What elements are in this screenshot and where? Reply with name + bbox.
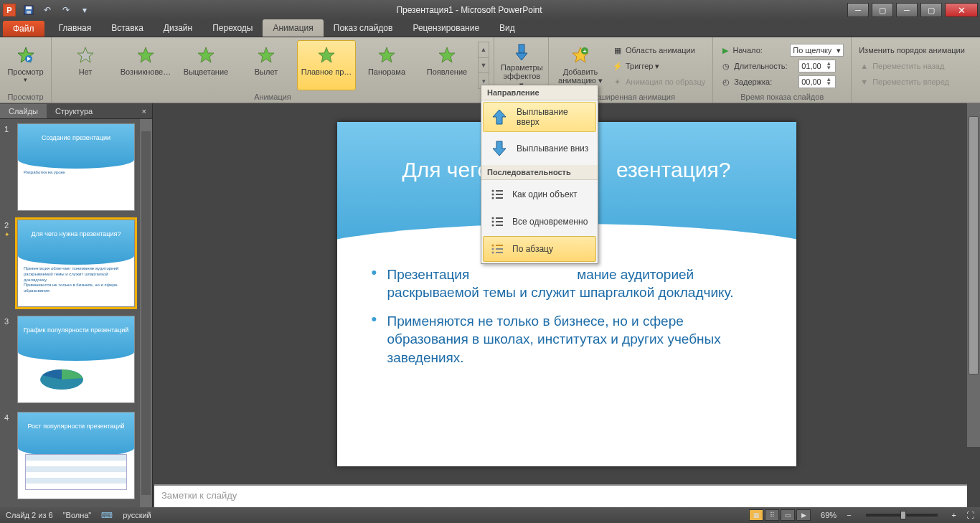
tab-insert[interactable]: Вставка (101, 19, 154, 37)
tab-slides[interactable]: Слайды (0, 104, 47, 118)
effect-label: Вылет (255, 67, 278, 76)
effect-4[interactable]: Плавное пр… (297, 40, 356, 90)
effect-0[interactable]: Нет (56, 40, 115, 90)
animation-pane-button[interactable]: ▦Область анимации (609, 43, 708, 57)
tab-design[interactable]: Дизайн (154, 19, 202, 37)
effect-2[interactable]: Выцветание (176, 40, 235, 90)
svg-marker-14 (516, 53, 527, 60)
spinner-icon[interactable]: ▲▼ (826, 62, 833, 70)
thumb-row: 4 Рост популярности презентаций (4, 412, 148, 499)
zoom-in-button[interactable]: + (952, 511, 956, 519)
titlebar: P ↶ ↷ ▾ Презентация1 - Microsoft PowerPo… (0, 0, 980, 20)
maximize-button[interactable]: ▢ (920, 3, 942, 17)
tab-home[interactable]: Главная (49, 19, 102, 37)
delay-label: Задержка: (734, 77, 796, 86)
dropdown-item-float-down[interactable]: Выплывание вниз (483, 133, 596, 164)
animation-painter-button: ✦Анимация по образцу (609, 75, 708, 89)
svg-rect-31 (496, 225, 503, 226)
qat-dropdown-icon[interactable]: ▾ (77, 3, 92, 17)
add-animation-button[interactable]: + Добавить анимацию ▾ (553, 40, 608, 90)
effect-5[interactable]: Панорама (357, 40, 416, 90)
tab-transitions[interactable]: Переходы (202, 19, 263, 37)
effect-label: Выцветание (184, 67, 228, 76)
dropdown-item-float-up[interactable]: Выплывание вверх (483, 102, 596, 132)
dropdown-item-all-at-once[interactable]: Все одновременно (483, 209, 596, 235)
svg-rect-23 (496, 194, 503, 195)
svg-point-20 (492, 190, 494, 192)
effect-1[interactable]: Возникнове… (116, 40, 175, 90)
animation-pane-label: Область анимации (626, 46, 695, 55)
slide-thumbnail[interactable]: Создание презентации Разработка на уроке (17, 123, 135, 211)
thumb-row: 3 График популярности презентаций (4, 316, 148, 403)
tab-outline[interactable]: Структура (47, 104, 101, 118)
effect-options-button[interactable]: Параметры эффектов ▾ (499, 40, 545, 90)
effect-6[interactable]: Появление (418, 40, 476, 90)
close-button[interactable]: ✕ (945, 3, 978, 17)
view-slideshow-button[interactable]: ▶ (796, 509, 811, 521)
start-combo[interactable]: По щелчку▾ (790, 44, 844, 57)
spinner-icon[interactable]: ▲▼ (826, 77, 833, 86)
svg-point-24 (492, 197, 494, 199)
down-arrow-icon: ▼ (859, 77, 870, 88)
thumb-number: 1 (4, 123, 17, 211)
duration-input[interactable]: 01,00▲▼ (798, 60, 836, 72)
redo-icon[interactable]: ↷ (59, 3, 73, 17)
zoom-out-button[interactable]: − (847, 511, 851, 519)
trigger-label: Триггер ▾ (626, 62, 659, 71)
dropdown-item-as-one[interactable]: Как один объект (483, 182, 596, 207)
zoom-slider[interactable] (866, 514, 938, 517)
trigger-button[interactable]: ⚡Триггер ▾ (609, 59, 708, 73)
bullet-fragment: Презентация (387, 267, 470, 282)
status-slide-count: Слайд 2 из 6 (6, 511, 53, 519)
doc-minimize-button[interactable]: ─ (847, 3, 869, 17)
slides-panel: Слайды Структура × 1 Создание презентаци… (0, 103, 153, 507)
svg-marker-8 (198, 47, 214, 62)
view-sorter-button[interactable]: ⠿ (765, 509, 779, 521)
save-icon[interactable] (22, 3, 36, 17)
delay-input[interactable]: 00,00▲▼ (798, 75, 836, 88)
gallery-expand[interactable]: ▲▼▾ (478, 42, 489, 89)
zoom-value[interactable]: 69% (821, 511, 837, 519)
list-selected-icon (489, 241, 505, 257)
tab-slideshow[interactable]: Показ слайдов (324, 19, 403, 37)
dropdown-item-label: Выплывание вниз (517, 143, 590, 154)
svg-point-36 (492, 252, 494, 254)
svg-point-30 (492, 225, 494, 227)
preview-button[interactable]: Просмотр ▾ (4, 40, 47, 90)
svg-rect-35 (496, 248, 503, 250)
thumbs-scrollbar[interactable] (140, 119, 152, 507)
tab-view[interactable]: Вид (489, 19, 525, 37)
tab-animation[interactable]: Анимация (263, 19, 323, 37)
effect-3[interactable]: Вылет (237, 40, 296, 90)
pane-icon: ▦ (612, 45, 623, 56)
window-title: Презентация1 - Microsoft PowerPoint (92, 5, 847, 15)
slide-thumbnail[interactable]: Для чего нужна презентация? Презентация … (17, 220, 135, 307)
view-reading-button[interactable]: ▭ (781, 509, 795, 521)
group-timing: ▶Начало:По щелчку▾ ◷Длительность:01,00▲▼… (713, 37, 852, 103)
dropdown-section-direction: Направление (481, 85, 598, 100)
fit-window-button[interactable]: ⛶ (966, 511, 974, 519)
vertical-scrollbar[interactable] (967, 103, 980, 447)
minimize-button[interactable]: ─ (896, 3, 918, 17)
tab-file[interactable]: Файл (3, 21, 44, 37)
panel-close-button[interactable]: × (136, 107, 152, 116)
undo-icon[interactable]: ↶ (40, 3, 55, 17)
svg-marker-18 (493, 110, 506, 124)
view-normal-button[interactable]: ▦ (749, 509, 763, 521)
tab-review[interactable]: Рецензирование (402, 19, 489, 37)
reorder-title: Изменить порядок анимации (856, 43, 968, 57)
doc-maximize-button[interactable]: ▢ (872, 3, 893, 17)
notes-pane[interactable]: Заметки к слайду (154, 484, 967, 507)
slide-thumbnail[interactable]: График популярности презентаций (17, 316, 135, 403)
effect-options-dropdown: Направление Выплывание вверх Выплывание … (481, 85, 598, 264)
start-value: По щелчку (793, 46, 831, 55)
svg-point-22 (492, 194, 494, 196)
thumb-number: 3 (4, 316, 17, 403)
dropdown-item-by-paragraph[interactable]: По абзацу (483, 236, 596, 262)
slide-thumbnail[interactable]: Рост популярности презентаций (17, 412, 135, 499)
svg-point-32 (492, 245, 494, 247)
view-buttons: ▦ ⠿ ▭ ▶ (749, 509, 811, 521)
slide-bullet: Презентация XXXXXXXXXXX мание аудиторией… (372, 265, 762, 302)
language-icon[interactable]: ⌨ (101, 511, 113, 520)
status-language[interactable]: русский (123, 511, 151, 519)
